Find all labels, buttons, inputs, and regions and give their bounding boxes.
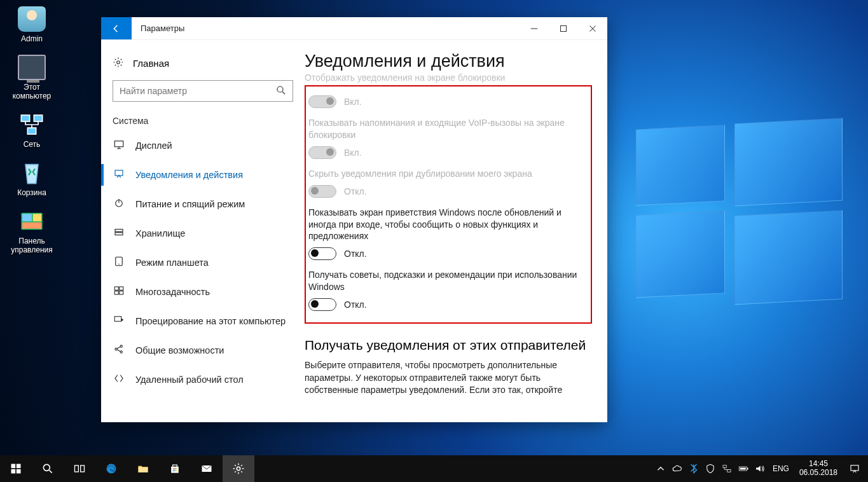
desktop-icon-this-pc[interactable]: Этот компьютер <box>6 55 57 100</box>
desktop-icon-admin[interactable]: Admin <box>6 6 57 43</box>
option-label: Показывать экран приветствия Windows пос… <box>308 207 582 243</box>
svg-rect-13 <box>115 230 123 232</box>
start-button[interactable] <box>0 455 32 482</box>
svg-point-32 <box>107 464 116 474</box>
search-icon <box>41 462 54 475</box>
cloud-icon <box>672 463 683 474</box>
desktop-icon-network[interactable]: Сеть <box>6 112 57 149</box>
taskbar-store[interactable] <box>159 455 191 482</box>
tray-battery[interactable] <box>736 463 751 474</box>
sidebar-item-projecting[interactable]: Проецирование на этот компьютер <box>101 306 305 336</box>
sidebar-item-label: Хранилище <box>135 228 185 238</box>
senders-heading: Получать уведомления от этих отправителе… <box>305 338 592 353</box>
titlebar: Параметры <box>101 17 607 40</box>
tray-network[interactable] <box>719 463 734 474</box>
taskbar-search-button[interactable] <box>32 455 64 482</box>
desktop-icon-recycle-bin[interactable]: Корзина <box>6 160 57 197</box>
sidebar-item-label: Режим планшета <box>135 258 209 268</box>
svg-point-24 <box>120 351 122 353</box>
sidebar-home[interactable]: Главная <box>101 52 305 80</box>
toggle-switch[interactable] <box>308 185 336 198</box>
tray-clock[interactable]: 14:45 06.05.2018 <box>794 460 843 478</box>
option-label: Скрыть уведомления при дублировании моег… <box>308 168 582 180</box>
sidebar-item-remote[interactable]: Удаленный рабочий стол <box>101 365 305 394</box>
tray-chevron-up[interactable] <box>653 463 668 474</box>
svg-rect-2 <box>27 128 36 134</box>
shield-icon <box>705 463 716 474</box>
svg-rect-31 <box>81 465 85 472</box>
battery-icon <box>738 463 749 474</box>
toggle-state-label: Откл. <box>344 186 367 196</box>
tray-action-center[interactable] <box>844 463 865 474</box>
power-icon <box>113 197 125 211</box>
sidebar-item-label: Многозадачность <box>135 287 210 297</box>
sidebar-item-display[interactable]: Дисплей <box>101 131 305 160</box>
tray-language[interactable]: ENG <box>769 464 793 473</box>
content-pane: Уведомления и действия Отображать уведом… <box>305 40 607 422</box>
sidebar-item-label: Проецирование на этот компьютер <box>135 316 286 326</box>
taskbar-settings[interactable] <box>223 455 254 482</box>
search-input[interactable] <box>113 80 293 102</box>
sidebar-item-storage[interactable]: Хранилище <box>101 219 305 248</box>
tray-bluetooth[interactable] <box>686 463 701 474</box>
store-icon <box>169 462 181 475</box>
shared-icon <box>113 343 125 357</box>
option-hide-when-duplicating: Скрыть уведомления при дублировании моег… <box>308 168 582 198</box>
svg-rect-37 <box>175 470 176 471</box>
back-button[interactable] <box>101 17 132 39</box>
windows-logo-icon <box>10 462 22 475</box>
arrow-left-icon <box>111 23 122 34</box>
sidebar-item-notifications[interactable]: Уведомления и действия <box>101 160 305 189</box>
remote-icon <box>113 373 125 387</box>
minimize-button[interactable] <box>520 17 549 39</box>
tray-volume[interactable] <box>752 463 768 474</box>
senders-description: Выберите отправителя, чтобы просмотреть … <box>305 359 584 397</box>
storage-icon <box>113 226 125 240</box>
window-title: Параметры <box>132 17 193 39</box>
svg-rect-21 <box>114 317 121 322</box>
toggle-switch[interactable] <box>308 298 336 311</box>
gear-icon <box>113 57 124 70</box>
option-welcome-experience: Показывать экран приветствия Windows пос… <box>308 207 582 261</box>
svg-rect-4 <box>22 214 32 221</box>
toggle-switch[interactable] <box>308 95 336 108</box>
desktop-icon-control-panel[interactable]: Панель управления <box>6 209 57 254</box>
svg-rect-1 <box>34 115 42 121</box>
sidebar-item-power[interactable]: Питание и спящий режим <box>101 189 305 219</box>
svg-rect-27 <box>11 469 16 474</box>
option-label: Получать советы, подсказки и рекомендаци… <box>308 269 582 293</box>
svg-rect-34 <box>174 468 175 469</box>
taskbar-edge[interactable] <box>95 455 127 482</box>
sidebar-item-multitask[interactable]: Многозадачность <box>101 277 305 306</box>
tray-security[interactable] <box>703 463 718 474</box>
settings-window: Параметры Главная Система Дисплей <box>101 17 607 422</box>
svg-rect-30 <box>75 465 79 472</box>
close-button[interactable] <box>578 17 607 39</box>
taskbar-explorer[interactable] <box>127 455 159 482</box>
svg-point-23 <box>120 345 122 347</box>
svg-rect-43 <box>747 468 748 470</box>
action-center-icon <box>849 463 860 474</box>
sidebar-item-tablet[interactable]: Режим планшета <box>101 248 305 277</box>
svg-rect-0 <box>21 115 29 121</box>
page-title: Уведомления и действия <box>305 52 592 71</box>
tray-onedrive[interactable] <box>670 463 685 474</box>
gear-icon <box>232 462 245 475</box>
task-view-button[interactable] <box>64 455 95 482</box>
sidebar-section-label: Система <box>101 116 305 131</box>
maximize-button[interactable] <box>549 17 578 39</box>
toggle-switch[interactable] <box>308 247 336 260</box>
svg-rect-5 <box>33 214 41 221</box>
sidebar-item-label: Удаленный рабочий стол <box>135 375 244 385</box>
sidebar-item-shared[interactable]: Общие возможности <box>101 336 305 365</box>
mail-icon <box>200 462 213 475</box>
desktop-icon-label: Admin <box>6 34 57 43</box>
option-tips-suggestions: Получать советы, подсказки и рекомендаци… <box>308 269 582 311</box>
toggle-switch[interactable] <box>308 146 336 159</box>
desktop-icon-label: Этот компьютер <box>6 83 57 100</box>
multitask-icon <box>113 285 125 299</box>
sidebar-item-label: Общие возможности <box>135 345 224 355</box>
sidebar-item-label: Уведомления и действия <box>135 170 243 180</box>
taskbar-mail[interactable] <box>191 455 223 482</box>
volume-icon <box>754 463 766 474</box>
